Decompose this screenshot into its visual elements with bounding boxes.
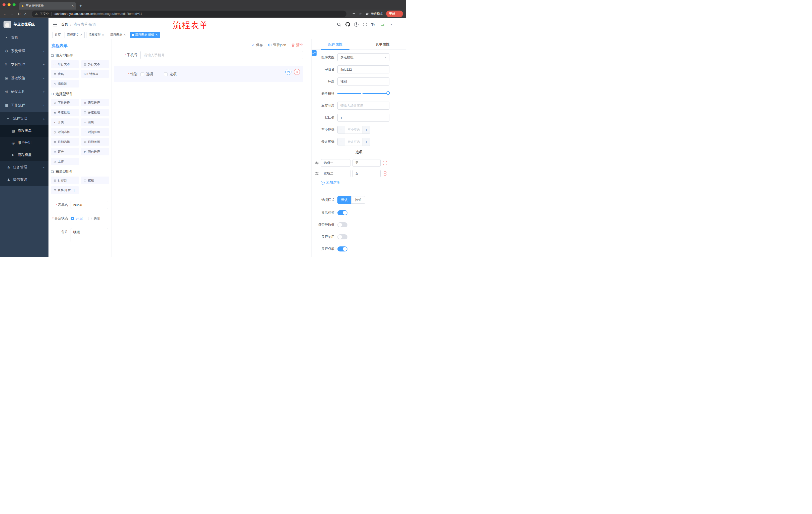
delete-widget-button[interactable] bbox=[294, 69, 300, 75]
min-select-input[interactable] bbox=[345, 126, 363, 134]
label-width-input[interactable] bbox=[338, 102, 389, 110]
component-chip-checkbox-group[interactable]: ☑多选框组 bbox=[81, 109, 109, 116]
radio-open[interactable]: 开启 bbox=[70, 216, 83, 221]
tab-component-props[interactable]: 组件属性 bbox=[312, 39, 359, 50]
view-json-button[interactable]: 查看json bbox=[268, 43, 286, 47]
component-chip-select[interactable]: ⊙下拉选择 bbox=[51, 99, 79, 106]
component-chip-time-picker[interactable]: ◷时间选择 bbox=[51, 128, 79, 136]
sidebar-item-process-model[interactable]: ➤ 流程模型 bbox=[0, 149, 49, 161]
component-chip-button[interactable]: ▢按钮 bbox=[81, 177, 109, 184]
copy-widget-button[interactable] bbox=[285, 69, 291, 75]
grid-slider[interactable] bbox=[338, 89, 389, 98]
sidebar-item-workflow[interactable]: ▦ 工作流程 ▴ bbox=[0, 99, 49, 112]
close-window-button[interactable] bbox=[2, 3, 5, 6]
tag-process-definition[interactable]: 流程定义 bbox=[64, 32, 85, 38]
drag-handle-icon[interactable] bbox=[315, 161, 319, 165]
browser-tab[interactable]: ◆ 芋道管理系统 ✕ bbox=[19, 2, 76, 9]
form-remark-textarea[interactable]: 嘿嘿 bbox=[70, 228, 108, 242]
required-toggle[interactable] bbox=[338, 246, 347, 251]
phone-input[interactable] bbox=[140, 51, 303, 59]
border-toggle[interactable] bbox=[338, 222, 347, 227]
max-select-input[interactable] bbox=[345, 138, 363, 145]
component-type-select[interactable]: 多选框组 bbox=[338, 53, 389, 61]
search-icon[interactable] bbox=[337, 22, 341, 27]
minus-button[interactable]: − bbox=[338, 138, 345, 145]
sidebar-item-user-group[interactable]: ◎ 用户分组 bbox=[0, 137, 49, 149]
component-chip-switch[interactable]: ◐开关 bbox=[51, 118, 79, 126]
option-label-input[interactable] bbox=[321, 170, 350, 177]
sidebar-item-task-mgmt[interactable]: ⋔ 任务管理 ▾ bbox=[0, 161, 49, 173]
component-chip-date-picker[interactable]: ▦日期选择 bbox=[51, 138, 79, 145]
option-label-input[interactable] bbox=[321, 159, 350, 167]
font-size-icon[interactable]: TT bbox=[371, 22, 375, 27]
browser-menu-icon[interactable]: ⋮ bbox=[397, 12, 400, 16]
slider-track[interactable] bbox=[338, 93, 388, 94]
sidebar-item-devtools[interactable]: ⚒ 研发工具 ▾ bbox=[0, 85, 49, 99]
drag-handle-icon[interactable] bbox=[315, 171, 319, 175]
component-chip-counter[interactable]: 123计数器 bbox=[81, 70, 109, 78]
component-chip-editor[interactable]: ✎编辑器 bbox=[51, 80, 79, 87]
component-chip-row-container[interactable]: ▥行容器 bbox=[51, 177, 79, 184]
plus-button[interactable]: + bbox=[363, 126, 370, 134]
close-icon[interactable] bbox=[155, 33, 158, 36]
save-button[interactable]: 保存 bbox=[252, 43, 263, 47]
avatar[interactable] bbox=[379, 20, 386, 29]
sidebar-item-leave-query[interactable]: ♟ 请假查询 bbox=[0, 173, 49, 186]
github-icon[interactable] bbox=[345, 22, 350, 27]
disabled-toggle[interactable] bbox=[338, 234, 347, 239]
sidebar-item-payment[interactable]: ¥ 支付管理 ▾ bbox=[0, 58, 49, 72]
back-icon[interactable]: ← bbox=[3, 12, 7, 16]
form-name-input[interactable] bbox=[70, 201, 108, 209]
home-icon[interactable]: ⌂ bbox=[24, 12, 27, 16]
forward-icon[interactable]: → bbox=[10, 12, 14, 16]
zoom-window-button[interactable] bbox=[12, 3, 16, 6]
component-chip-date-range[interactable]: ▧日期范围 bbox=[81, 138, 109, 145]
sidebar-item-infra[interactable]: ▣ 基础设施 ▾ bbox=[0, 72, 49, 85]
close-icon[interactable] bbox=[102, 33, 104, 36]
sidebar-item-system[interactable]: ⚙ 系统管理 ▾ bbox=[0, 44, 49, 58]
close-icon[interactable] bbox=[80, 33, 82, 36]
checkbox-option-2[interactable]: 选项二 bbox=[164, 72, 180, 77]
clear-button[interactable]: 清空 bbox=[291, 43, 303, 47]
tab-form-props[interactable]: 表单属性 bbox=[359, 39, 406, 50]
option-value-input[interactable] bbox=[352, 159, 381, 167]
update-button[interactable]: 更新 ⋮ bbox=[386, 10, 403, 17]
component-chip-time-range[interactable]: ◔时间范围 bbox=[81, 128, 109, 136]
tag-process-form[interactable]: 流程表单 bbox=[108, 32, 128, 38]
minus-button[interactable]: − bbox=[338, 126, 345, 134]
component-chip-color-picker[interactable]: ◩颜色选择 bbox=[81, 148, 109, 155]
component-chip-multi-text[interactable]: ▤多行文本 bbox=[81, 60, 109, 68]
sidebar-item-home[interactable]: ◔ 首页 bbox=[0, 31, 49, 44]
sidebar-toggle-icon[interactable] bbox=[49, 18, 61, 31]
component-chip-upload[interactable]: ☁上传 bbox=[51, 158, 79, 165]
key-icon[interactable] bbox=[351, 11, 355, 16]
field-name-input[interactable] bbox=[338, 65, 389, 74]
selected-widget-gender[interactable]: 性别 选项一 选项二 bbox=[114, 66, 303, 82]
show-label-toggle[interactable] bbox=[338, 210, 347, 215]
tag-process-model[interactable]: 流程模型 bbox=[86, 32, 106, 38]
component-chip-password[interactable]: ✱密码 bbox=[51, 70, 79, 78]
tag-home[interactable]: 首页 bbox=[53, 32, 63, 38]
new-tab-button[interactable]: + bbox=[79, 3, 82, 8]
slider-handle[interactable] bbox=[386, 91, 390, 95]
sidebar-logo[interactable]: 芋道管理系统 bbox=[0, 18, 49, 31]
component-chip-cascader[interactable]: ⋔级联选择 bbox=[81, 99, 109, 106]
title-input[interactable] bbox=[338, 77, 389, 85]
component-chip-single-text[interactable]: ▭单行文本 bbox=[51, 60, 79, 68]
component-chip-rate[interactable]: ☆评分 bbox=[51, 148, 79, 155]
minimize-window-button[interactable] bbox=[7, 3, 10, 6]
help-icon[interactable] bbox=[354, 22, 358, 27]
checkbox-option-1[interactable]: 选项一 bbox=[140, 72, 156, 77]
tag-process-form-edit[interactable]: 流程表单-编辑 bbox=[129, 32, 160, 38]
fullscreen-icon[interactable] bbox=[363, 22, 367, 26]
address-bar[interactable]: ⚠ 不安全 dashboard.yudao.iocoder.cn/bpm/man… bbox=[32, 10, 346, 17]
tab-close-icon[interactable]: ✕ bbox=[71, 4, 74, 7]
link-badge[interactable] bbox=[312, 50, 317, 56]
radio-closed[interactable]: 关闭 bbox=[88, 216, 100, 221]
sidebar-item-process-form[interactable]: ▤ 流程表单 bbox=[0, 125, 49, 137]
style-default-button[interactable]: 默认 bbox=[338, 196, 351, 204]
breadcrumb-home[interactable]: 首页 bbox=[61, 22, 68, 27]
plus-button[interactable]: + bbox=[363, 138, 370, 145]
component-chip-slider[interactable]: ⇔滑块 bbox=[81, 118, 109, 126]
close-icon[interactable] bbox=[123, 33, 126, 36]
